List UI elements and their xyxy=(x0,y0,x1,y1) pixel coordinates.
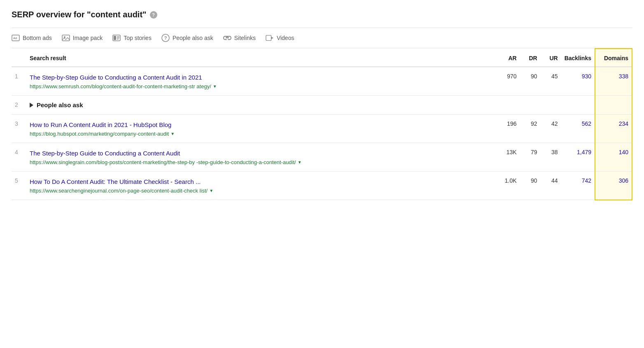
svg-marker-13 xyxy=(271,37,273,39)
filter-sitelinks[interactable]: Sitelinks xyxy=(223,34,256,42)
filter-image-pack-label: Image pack xyxy=(73,35,103,41)
paa-domains-col xyxy=(595,96,632,115)
video-icon xyxy=(266,34,274,42)
triangle-icon xyxy=(30,103,33,108)
table-row: 3 How to Run A Content Audit in 2021 - H… xyxy=(12,115,632,143)
ar-value: 970 xyxy=(495,67,520,96)
image-icon xyxy=(62,34,70,42)
dr-value: 79 xyxy=(520,143,541,172)
search-result-cell: How To Do A Content Audit: The Ultimate … xyxy=(26,172,495,200)
dropdown-arrow[interactable]: ▼ xyxy=(213,84,217,89)
col-header-backlinks: Backlinks xyxy=(561,49,595,67)
ar-value: 196 xyxy=(495,115,520,143)
help-icon[interactable]: ? xyxy=(150,11,157,19)
paa-cell: People also ask xyxy=(26,96,595,115)
row-num: 4 xyxy=(12,143,26,172)
paa-icon: ? xyxy=(161,34,170,42)
result-title-link[interactable]: How To Do A Content Audit: The Ultimate … xyxy=(30,177,492,186)
search-result-cell: The Step-by-Step Guide to Conducting a C… xyxy=(26,143,495,172)
table-row: 2 People also ask xyxy=(12,96,632,115)
svg-text:?: ? xyxy=(164,35,167,40)
filter-videos-label: Videos xyxy=(277,35,294,41)
search-result-cell: The Step-by-Step Guide to Conducting a C… xyxy=(26,67,495,96)
domains-value[interactable]: 140 xyxy=(595,143,632,172)
ar-value: 13K xyxy=(495,143,520,172)
stories-icon xyxy=(112,34,121,42)
col-header-num xyxy=(12,49,26,67)
serp-table: Search result AR DR UR Backlinks Domains… xyxy=(12,48,632,200)
backlinks-value[interactable]: 930 xyxy=(561,67,595,96)
dropdown-arrow[interactable]: ▼ xyxy=(298,160,302,165)
row-num: 2 xyxy=(12,96,26,115)
ur-value: 38 xyxy=(541,143,561,172)
filter-bottom-ads-label: Bottom ads xyxy=(23,35,52,41)
filter-sitelinks-label: Sitelinks xyxy=(234,35,256,41)
svg-point-3 xyxy=(64,36,65,38)
row-num: 3 xyxy=(12,115,26,143)
domains-value[interactable]: 234 xyxy=(595,115,632,143)
filter-videos[interactable]: Videos xyxy=(266,34,294,42)
backlinks-value[interactable]: 562 xyxy=(561,115,595,143)
page-header: SERP overview for "content audit" ? xyxy=(12,10,632,19)
dr-value: 92 xyxy=(520,115,541,143)
filter-image-pack[interactable]: Image pack xyxy=(62,34,103,42)
dr-value: 90 xyxy=(520,67,541,96)
link-icon xyxy=(223,34,231,42)
ur-value: 45 xyxy=(541,67,561,96)
ad-icon: Ad xyxy=(12,34,20,42)
filter-paa-label: People also ask xyxy=(173,35,213,41)
table-row: 5 How To Do A Content Audit: The Ultimat… xyxy=(12,172,632,200)
svg-rect-5 xyxy=(114,36,116,40)
col-header-ar: AR xyxy=(495,49,520,67)
domains-value[interactable]: 306 xyxy=(595,172,632,200)
result-url: https://blog.hubspot.com/marketing/compa… xyxy=(30,131,492,137)
paa-text: People also ask xyxy=(37,101,83,108)
filter-top-stories-label: Top stories xyxy=(124,35,152,41)
search-result-cell: How to Run A Content Audit in 2021 - Hub… xyxy=(26,115,495,143)
dr-value: 90 xyxy=(520,172,541,200)
filter-bar: Ad Bottom ads Image pack Top stories xyxy=(12,28,632,48)
dropdown-arrow[interactable]: ▼ xyxy=(209,188,213,193)
col-header-dr: DR xyxy=(520,49,541,67)
result-url: https://www.searchenginejournal.com/on-p… xyxy=(30,188,492,194)
col-header-ur: UR xyxy=(541,49,561,67)
table-row: 4 The Step-by-Step Guide to Conducting a… xyxy=(12,143,632,172)
backlinks-value[interactable]: 742 xyxy=(561,172,595,200)
row-num: 1 xyxy=(12,67,26,96)
svg-rect-2 xyxy=(62,35,70,41)
filter-top-stories[interactable]: Top stories xyxy=(112,34,152,42)
row-num: 5 xyxy=(12,172,26,200)
svg-text:Ad: Ad xyxy=(13,37,17,40)
result-url: https://www.singlegrain.com/blog-posts/c… xyxy=(30,159,492,165)
table-row: 1 The Step-by-Step Guide to Conducting a… xyxy=(12,67,632,96)
filter-people-also-ask[interactable]: ? People also ask xyxy=(161,34,213,42)
svg-rect-12 xyxy=(266,35,271,41)
col-header-domains: Domains xyxy=(595,49,632,67)
result-title-link[interactable]: How to Run A Content Audit in 2021 - Hub… xyxy=(30,120,492,129)
result-url: https://www.semrush.com/blog/content-aud… xyxy=(30,83,492,89)
result-title-link[interactable]: The Step-by-Step Guide to Conducting a C… xyxy=(30,73,492,82)
dropdown-arrow[interactable]: ▼ xyxy=(170,132,175,136)
backlinks-value[interactable]: 1,479 xyxy=(561,143,595,172)
ur-value: 44 xyxy=(541,172,561,200)
result-title-link[interactable]: The Step-by-Step Guide to Conducting a C… xyxy=(30,149,492,158)
ur-value: 42 xyxy=(541,115,561,143)
page-title: SERP overview for "content audit" xyxy=(12,10,147,19)
col-header-search-result: Search result xyxy=(26,49,495,67)
ar-value: 1.0K xyxy=(495,172,520,200)
domains-value[interactable]: 338 xyxy=(595,67,632,96)
filter-bottom-ads[interactable]: Ad Bottom ads xyxy=(12,34,52,42)
